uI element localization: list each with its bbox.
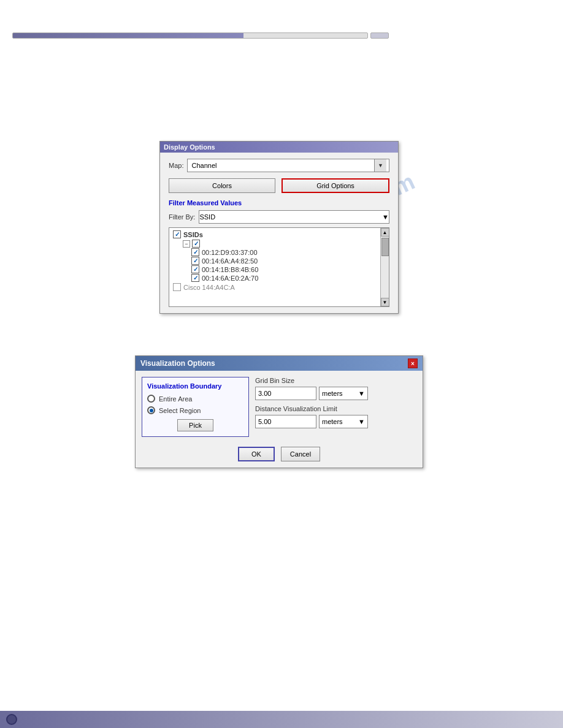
dist-viz-unit-value: meters bbox=[322, 418, 343, 425]
filter-select-arrow-icon[interactable]: ▼ bbox=[382, 213, 389, 221]
ssid-item-4-label: 00:14:6A:E0:2A:70 bbox=[202, 275, 258, 282]
viz-right-panel: Grid Bin Size meters ▼ Distance Visualiz… bbox=[255, 377, 416, 437]
filter-by-value: SSID bbox=[199, 213, 215, 221]
viz-options-body: Visualization Boundary Entire Area Selec… bbox=[136, 371, 423, 443]
filter-section-label: Filter Measured Values bbox=[169, 199, 389, 207]
grid-bin-field-row: meters ▼ bbox=[255, 387, 416, 400]
scrollbar-down-btn[interactable]: ▼ bbox=[381, 298, 389, 306]
cancel-button[interactable]: Cancel bbox=[281, 447, 320, 461]
ssid-item-1-checkbox[interactable] bbox=[191, 248, 199, 256]
select-region-radio[interactable] bbox=[147, 406, 155, 414]
ssids-checkbox[interactable] bbox=[173, 230, 181, 238]
entire-area-label: Entire Area bbox=[159, 395, 192, 403]
dist-viz-field-row: meters ▼ bbox=[255, 415, 416, 428]
grid-bin-unit-arrow-icon: ▼ bbox=[358, 390, 365, 397]
grid-bin-unit-select[interactable]: meters ▼ bbox=[319, 387, 368, 400]
display-options-body: Map: Channel ▼ Colors Grid Options Filte… bbox=[160, 153, 398, 313]
entire-area-radio[interactable] bbox=[147, 395, 155, 403]
select-region-row: Select Region bbox=[147, 406, 243, 414]
ok-button[interactable]: OK bbox=[238, 447, 275, 461]
ssid-item-2: 00:14:6A:A4:82:50 bbox=[191, 257, 385, 265]
grid-bin-input[interactable] bbox=[255, 387, 316, 400]
display-options-title: Display Options bbox=[164, 143, 215, 151]
ssid-subgroup: 00:12:D9:03:37:00 00:14:6A:A4:82:50 00:1… bbox=[183, 248, 385, 282]
ssid-list-area: SSIDs − 00:12:D9:03:37:00 bbox=[169, 227, 389, 307]
ssid-item-3-label: 00:14:1B:B8:4B:60 bbox=[202, 266, 258, 273]
viz-left-panel: Visualization Boundary Entire Area Selec… bbox=[142, 377, 249, 437]
ssid-header-row: SSIDs bbox=[173, 230, 385, 238]
ssid-item-2-label: 00:14:6A:A4:82:50 bbox=[202, 257, 258, 265]
map-select-value: Channel bbox=[190, 162, 216, 169]
dist-viz-section: Distance Visualization Limit meters ▼ bbox=[255, 405, 416, 428]
colors-button[interactable]: Colors bbox=[169, 178, 275, 193]
viz-footer: OK Cancel bbox=[136, 443, 423, 468]
dist-viz-label: Distance Visualization Limit bbox=[255, 405, 416, 412]
ssid-partial-label: Cisco 144:A4C:A bbox=[183, 284, 235, 291]
viz-boundary-label: Visualization Boundary bbox=[147, 382, 243, 390]
display-buttons-row: Colors Grid Options bbox=[169, 178, 389, 193]
ssid-partial-checkbox[interactable] bbox=[173, 283, 181, 291]
ssid-header-label: SSIDs bbox=[183, 231, 203, 238]
map-row: Map: Channel ▼ bbox=[169, 159, 389, 172]
grid-bin-unit-value: meters bbox=[322, 390, 343, 397]
ssid-item-3-checkbox[interactable] bbox=[191, 265, 199, 273]
ssid-item-3: 00:14:1B:B8:4B:60 bbox=[191, 265, 385, 273]
entire-area-row: Entire Area bbox=[147, 395, 243, 403]
ssid-group: − 00:12:D9:03:37:00 00:14:6A:A4:82:50 bbox=[173, 240, 385, 282]
ssid-item-4-checkbox[interactable] bbox=[191, 274, 199, 282]
ssid-item-2-checkbox[interactable] bbox=[191, 257, 199, 265]
dist-viz-unit-select[interactable]: meters ▼ bbox=[319, 415, 368, 428]
display-options-title-bar: Display Options bbox=[160, 142, 398, 153]
grid-options-button[interactable]: Grid Options bbox=[282, 178, 389, 193]
viz-options-title-bar: Visualization Options × bbox=[136, 356, 423, 371]
display-options-dialog: Display Options Map: Channel ▼ Colors Gr… bbox=[159, 141, 399, 314]
map-label: Map: bbox=[169, 162, 183, 169]
filter-section: Filter Measured Values Filter By: SSID ▼… bbox=[169, 199, 389, 307]
ssid-list-inner: SSIDs − 00:12:D9:03:37:00 bbox=[169, 228, 389, 294]
ssid-group-checkbox[interactable] bbox=[192, 240, 200, 248]
filter-row: Filter By: SSID ▼ bbox=[169, 210, 389, 224]
pick-button[interactable]: Pick bbox=[177, 419, 213, 431]
ssid-partial-row: Cisco 144:A4C:A bbox=[173, 283, 385, 291]
ssid-item-1: 00:12:D9:03:37:00 bbox=[191, 248, 385, 256]
bottom-circle-icon bbox=[6, 714, 17, 725]
scrollbar-thumb[interactable] bbox=[381, 238, 389, 256]
viz-options-title: Visualization Options bbox=[140, 359, 215, 368]
filter-by-label: Filter By: bbox=[169, 213, 195, 221]
ssid-item-1-label: 00:12:D9:03:37:00 bbox=[202, 249, 258, 256]
top-progress-bar bbox=[12, 32, 551, 39]
bottom-bar bbox=[0, 711, 563, 728]
select-region-label: Select Region bbox=[159, 407, 201, 414]
dist-viz-input[interactable] bbox=[255, 415, 316, 428]
tree-expand-icon[interactable]: − bbox=[183, 240, 190, 248]
ssid-list-scrollbar[interactable]: ▲ ▼ bbox=[380, 228, 389, 306]
ssid-group-row: − bbox=[183, 240, 385, 248]
progress-bar-background bbox=[12, 32, 368, 39]
viz-close-button[interactable]: × bbox=[408, 358, 418, 368]
map-select-arrow-icon[interactable]: ▼ bbox=[374, 159, 386, 172]
map-select[interactable]: Channel ▼ bbox=[187, 159, 389, 172]
scrollbar-up-btn[interactable]: ▲ bbox=[381, 228, 389, 237]
filter-by-select[interactable]: SSID ▼ bbox=[199, 210, 389, 224]
visualization-options-dialog: Visualization Options × Visualization Bo… bbox=[135, 355, 423, 468]
dist-viz-unit-arrow-icon: ▼ bbox=[358, 418, 365, 425]
grid-bin-section: Grid Bin Size meters ▼ bbox=[255, 377, 416, 400]
progress-bar-fill bbox=[13, 33, 243, 38]
ssid-item-4: 00:14:6A:E0:2A:70 bbox=[191, 274, 385, 282]
progress-bar-end bbox=[370, 32, 389, 39]
grid-bin-label: Grid Bin Size bbox=[255, 377, 416, 384]
